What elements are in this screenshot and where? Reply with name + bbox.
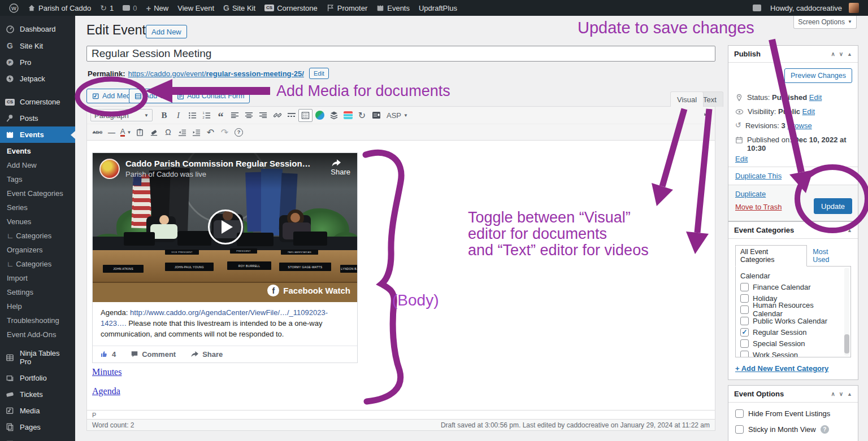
- play-button[interactable]: [208, 209, 243, 244]
- sidebar-item-dashboard[interactable]: Dashboard: [0, 20, 75, 37]
- toggle-panel-icon[interactable]: ▲: [847, 228, 852, 233]
- share-action-button[interactable]: Share: [190, 350, 223, 359]
- view-event-link[interactable]: View Event: [173, 0, 219, 16]
- strikethrough-button[interactable]: ABC: [90, 126, 105, 139]
- sidebar-item-cornerstone[interactable]: CS Cornerstone: [0, 94, 75, 110]
- site-kit-menu[interactable]: G Site Kit: [219, 0, 260, 16]
- checkbox-checked[interactable]: [740, 328, 749, 337]
- sidebar-item-tickets[interactable]: Tickets: [0, 386, 75, 403]
- move-up-icon[interactable]: ∧: [831, 391, 835, 397]
- like-count[interactable]: 4: [101, 350, 116, 359]
- submenu-settings[interactable]: Settings: [0, 285, 75, 299]
- events-menu[interactable]: Events: [372, 0, 414, 16]
- event-categories-header[interactable]: Event Categories ∧∨▲: [728, 222, 858, 239]
- help-button[interactable]: ?: [232, 126, 246, 139]
- checkbox[interactable]: [740, 317, 749, 325]
- video-title[interactable]: Caddo Parish Commission Regular Session …: [125, 159, 312, 168]
- checkbox[interactable]: [735, 425, 744, 434]
- submenu-event-categories[interactable]: Event Categories: [0, 186, 75, 200]
- move-up-icon[interactable]: ∧: [831, 227, 835, 233]
- account-menu[interactable]: Howdy, caddocreative: [766, 0, 863, 16]
- parish-seal-avatar[interactable]: [99, 159, 120, 179]
- submenu-troubleshooting[interactable]: Troubleshooting: [0, 313, 75, 328]
- help-icon[interactable]: ?: [821, 425, 829, 434]
- sidebar-item-jetpack[interactable]: Jetpack: [0, 71, 75, 87]
- move-up-icon[interactable]: ∧: [831, 51, 835, 57]
- sidebar-item-pages[interactable]: Pages: [0, 419, 75, 435]
- checkbox[interactable]: [735, 409, 744, 418]
- horizontal-rule-button[interactable]: —: [105, 126, 119, 139]
- comment-button[interactable]: Comment: [131, 350, 176, 359]
- submenu-organizer-categories[interactable]: ∟ Categories: [0, 257, 75, 271]
- checkbox[interactable]: [740, 294, 749, 303]
- submenu-series[interactable]: Series: [0, 200, 75, 215]
- updates-menu[interactable]: ↻ 1: [96, 0, 118, 16]
- blockquote-button[interactable]: “: [214, 109, 228, 122]
- move-to-trash-link[interactable]: Move to Trash: [735, 203, 782, 211]
- publish-box-header[interactable]: Publish ∧∨▲: [728, 46, 858, 63]
- align-center-button[interactable]: [242, 109, 256, 122]
- submenu-import[interactable]: Import: [0, 271, 75, 285]
- submenu-add-new[interactable]: Add New: [0, 158, 75, 172]
- read-more-button[interactable]: [284, 109, 298, 122]
- share-button[interactable]: Share: [331, 159, 350, 184]
- scrollbar-track[interactable]: [844, 268, 849, 356]
- cornerstone-menu[interactable]: CS Cornerstone: [260, 0, 322, 16]
- tab-most-used[interactable]: Most Used: [807, 246, 851, 266]
- event-title-input[interactable]: [86, 46, 715, 62]
- path-element[interactable]: P: [92, 412, 96, 418]
- align-right-button[interactable]: [256, 109, 270, 122]
- submenu-venues[interactable]: Venues: [0, 215, 75, 229]
- edit-published-link[interactable]: Edit: [735, 155, 748, 163]
- asp-dropdown[interactable]: ASP▼: [383, 109, 411, 122]
- tab-visual[interactable]: Visual: [670, 91, 704, 107]
- edit-permalink-button[interactable]: Edit: [309, 68, 329, 79]
- layers-icon[interactable]: [327, 109, 341, 122]
- updraftplus-menu[interactable]: UpdraftPlus: [414, 0, 462, 16]
- link-button[interactable]: [270, 109, 284, 122]
- checkbox[interactable]: [740, 339, 749, 348]
- preview-changes-button[interactable]: Preview Changes: [784, 68, 852, 83]
- align-left-button[interactable]: [228, 109, 242, 122]
- update-button[interactable]: Update: [814, 198, 852, 214]
- clear-formatting-button[interactable]: [147, 126, 161, 139]
- site-name-menu[interactable]: Parish of Caddo: [23, 0, 96, 16]
- sidebar-item-portfolio[interactable]: Portfolio: [0, 370, 75, 386]
- undo-button[interactable]: ↶: [203, 126, 218, 139]
- wordpress-logo[interactable]: W: [5, 0, 23, 16]
- submenu-tags[interactable]: Tags: [0, 172, 75, 186]
- forminator-icon[interactable]: [313, 109, 327, 122]
- sidebar-item-site-kit[interactable]: G Site Kit: [0, 37, 75, 54]
- permalink-url[interactable]: https://caddo.gov/event/regular-session-…: [128, 69, 303, 78]
- checkbox[interactable]: [740, 305, 749, 314]
- sidebar-item-pro[interactable]: P Pro: [0, 54, 75, 71]
- submenu-event-add-ons[interactable]: Event Add-Ons: [0, 328, 75, 342]
- sidebar-item-schedule[interactable]: Schedule: [0, 435, 75, 441]
- move-down-icon[interactable]: ∨: [839, 391, 843, 397]
- bulleted-list-button[interactable]: [185, 109, 199, 122]
- scrollbar-thumb[interactable]: [844, 334, 849, 353]
- text-color-button[interactable]: A▼: [119, 126, 133, 139]
- toggle-panel-icon[interactable]: ▲: [847, 391, 852, 397]
- paste-as-text-button[interactable]: T: [133, 126, 147, 139]
- move-down-icon[interactable]: ∨: [839, 227, 843, 233]
- sidebar-item-posts[interactable]: Posts: [0, 110, 75, 126]
- submenu-events[interactable]: Events: [0, 144, 75, 158]
- indent-button[interactable]: [189, 126, 203, 139]
- sidebar-item-events[interactable]: Events: [0, 126, 75, 143]
- numbered-list-button[interactable]: 12: [199, 109, 214, 122]
- fullscreen-icon[interactable]: [704, 109, 711, 116]
- bold-button[interactable]: B: [157, 109, 171, 122]
- paragraph-format-dropdown[interactable]: Paragraph▼: [90, 109, 153, 121]
- submenu-venue-categories[interactable]: ∟ Categories: [0, 229, 75, 243]
- duplicate-this-link[interactable]: Duplicate This: [735, 172, 782, 180]
- minutes-link[interactable]: Minutes: [92, 367, 121, 377]
- event-options-header[interactable]: Event Options ∧∨▲: [728, 386, 858, 403]
- checkbox[interactable]: [740, 283, 749, 291]
- notification-menu[interactable]: [748, 0, 766, 16]
- refresh-icon[interactable]: ↻: [355, 109, 369, 122]
- browse-revisions-link[interactable]: Browse: [787, 121, 811, 130]
- tab-all-categories[interactable]: All Event Categories: [735, 245, 807, 267]
- edit-status-link[interactable]: Edit: [809, 93, 822, 102]
- italic-button[interactable]: I: [171, 109, 185, 122]
